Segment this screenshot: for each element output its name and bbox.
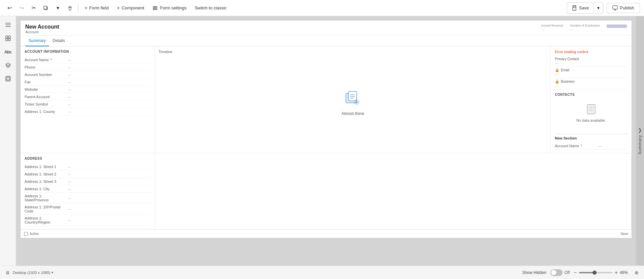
sidebar-icon-menu[interactable]: [2, 19, 14, 31]
svg-rect-12: [613, 6, 617, 9]
component-button[interactable]: + Component: [113, 3, 148, 13]
email-icon: 🔒: [555, 68, 560, 72]
contacts-title: CONTACTS: [555, 93, 628, 96]
form-header: New Account Account Annual Revenue --- N…: [21, 21, 632, 36]
zoom-slider-thumb: [593, 271, 597, 275]
device-select[interactable]: Desktop (1920 x 1080) ▾: [13, 271, 53, 275]
contacts-empty: No data available.: [555, 98, 628, 128]
business-label: 🔒 Business: [555, 79, 628, 84]
zoom-minus-button[interactable]: −: [574, 270, 577, 276]
form-title: New Account: [25, 24, 59, 30]
form-footer: Active Save: [21, 229, 632, 238]
main-area: Abc New Account Account Annual Revenue: [0, 16, 644, 266]
error-loading: Error loading control: [555, 50, 628, 54]
account-info-section: ACCOUNT INFORMATION Account Name * --- P…: [21, 46, 155, 153]
undo-button[interactable]: ↩: [4, 3, 15, 13]
zoom-controls: − + 46%: [574, 270, 631, 276]
save-dropdown-button[interactable]: ▾: [594, 3, 603, 13]
device-icon: 🖥: [5, 270, 10, 275]
primary-contact-value: ---: [555, 61, 628, 65]
address-section: ADDRESS Address 1: Street 1 --- Address …: [21, 153, 155, 229]
contacts-empty-icon: [586, 104, 596, 117]
field-row-account-number: Account Number ---: [25, 71, 151, 78]
sidebar-icon-text[interactable]: Abc: [2, 46, 14, 58]
svg-rect-15: [6, 39, 8, 41]
field-row-phone: Phone ---: [25, 64, 151, 71]
right-panel[interactable]: ❯ Summary: [636, 16, 644, 266]
new-section-account-name-label: Account Name *: [555, 144, 595, 148]
business-row: 🔒 Business ---: [555, 78, 628, 89]
show-hidden-toggle[interactable]: [550, 269, 563, 276]
field-row-zip: Address 1: ZIP/Postal Code ---: [25, 204, 151, 215]
copy-button[interactable]: [40, 3, 51, 13]
delete-button[interactable]: [65, 3, 75, 13]
right-section: Error loading control Primary Contact --…: [551, 46, 632, 153]
status-bar: 🖥 Desktop (1920 x 1080) ▾ Show Hidden Of…: [0, 266, 644, 279]
toggle-knob: [551, 270, 557, 275]
form-body: ACCOUNT INFORMATION Account Name * --- P…: [21, 46, 632, 238]
meta-blurred: [607, 25, 627, 28]
tab-summary[interactable]: Summary: [25, 36, 49, 46]
sidebar-icon-components[interactable]: [2, 73, 14, 85]
field-row-country: Address 1: Country/Region ---: [25, 215, 151, 226]
form-field-button[interactable]: + Form field: [81, 3, 112, 13]
new-section: New Section Account Name * ---: [555, 134, 628, 150]
publish-button[interactable]: Publish: [607, 3, 640, 13]
device-chevron-icon: ▾: [51, 271, 53, 274]
field-row-account-name: Account Name * ---: [25, 56, 151, 64]
sidebar-icon-dashboard[interactable]: [2, 32, 14, 44]
timeline-header: Timeline: [158, 50, 547, 56]
field-row-fax: Fax ---: [25, 78, 151, 86]
sidebar-icon-layers[interactable]: [2, 59, 14, 71]
svg-rect-8: [153, 9, 154, 10]
toggle-off-label: Off: [565, 270, 570, 275]
redo-button[interactable]: ↪: [16, 3, 27, 13]
tab-details[interactable]: Details: [49, 36, 68, 46]
svg-rect-1: [44, 6, 47, 9]
primary-contact-label: Primary Contact: [555, 57, 628, 61]
target-icon[interactable]: ⊕: [635, 270, 639, 275]
svg-rect-23: [24, 232, 28, 236]
form-top-row: ACCOUNT INFORMATION Account Name * --- P…: [21, 46, 632, 153]
svg-rect-17: [6, 76, 10, 81]
show-hidden-label: Show Hidden: [522, 270, 546, 275]
svg-rect-16: [8, 39, 10, 41]
cut-button[interactable]: ✂: [28, 3, 39, 13]
email-row: 🔒 Email ---: [555, 67, 628, 78]
copy-dropdown-button[interactable]: ▾: [52, 3, 63, 13]
zoom-plus-button[interactable]: +: [615, 270, 618, 276]
almost-there-text: Almost there: [342, 111, 364, 116]
save-button[interactable]: Save: [567, 3, 594, 13]
left-sidebar: Abc: [0, 16, 16, 266]
field-label-account-name: Account Name *: [25, 58, 65, 62]
right-panel-label: Summary: [638, 135, 642, 154]
new-section-account-name: Account Name * ---: [555, 142, 628, 150]
zoom-slider-fill: [579, 272, 595, 273]
timeline-section: Timeline: [155, 46, 551, 153]
svg-rect-2: [69, 7, 71, 10]
save-group: Save ▾: [567, 2, 604, 14]
field-row-street1: Address 1: Street 1 ---: [25, 163, 151, 170]
toggle-container: Off: [550, 269, 570, 276]
form-tabs: Summary Details: [21, 36, 632, 46]
form-canvas: New Account Account Annual Revenue --- N…: [16, 16, 636, 266]
divider-1: [78, 4, 78, 12]
field-row-county: Address 1: County ---: [25, 108, 151, 115]
timeline-almost: Almost there: [342, 56, 364, 150]
form-subtitle: Account: [25, 30, 59, 34]
svg-rect-13: [6, 36, 8, 38]
address-right-placeholder: [155, 153, 632, 229]
form-header-meta: Annual Revenue --- Number of Employees -…: [541, 24, 627, 31]
form-preview: New Account Account Annual Revenue --- N…: [20, 20, 632, 238]
svg-rect-6: [154, 6, 155, 7]
zoom-percent-label: 46%: [620, 270, 631, 275]
status-right: Show Hidden Off − + 46% ⊕: [522, 269, 639, 276]
right-panel-chevron: ❯: [638, 127, 642, 133]
svg-rect-10: [573, 6, 575, 7]
business-icon: 🔒: [555, 79, 560, 84]
field-row-website: Website ---: [25, 86, 151, 93]
zoom-slider[interactable]: [579, 272, 613, 273]
switch-classic-button[interactable]: Switch to classic: [191, 3, 230, 12]
form-settings-button[interactable]: Form settings: [149, 3, 190, 13]
field-row-street3: Address 1: Street 3 ---: [25, 178, 151, 185]
